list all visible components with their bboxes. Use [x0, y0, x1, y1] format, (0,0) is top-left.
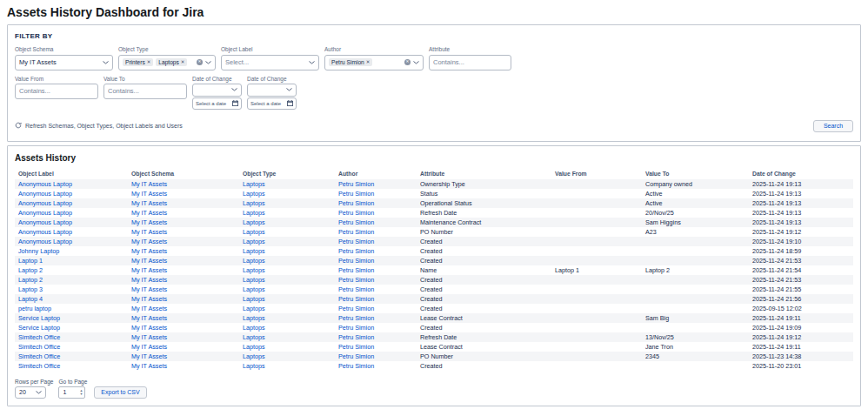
author-link[interactable]: Petru Simion — [338, 314, 374, 322]
object-label-link[interactable]: Anonymous Laptop — [18, 180, 72, 188]
author-link[interactable]: Petru Simion — [338, 190, 374, 198]
object-type-link[interactable]: Laptops — [243, 285, 265, 293]
object-label-link[interactable]: Anonymous Laptop — [18, 199, 72, 207]
author-link[interactable]: Petru Simion — [338, 257, 374, 265]
object-label-link[interactable]: Johnny Laptop — [18, 247, 59, 255]
object-schema-link[interactable]: My IT Assets — [131, 343, 167, 351]
object-type-link[interactable]: Laptops — [243, 218, 265, 226]
author-link[interactable]: Petru Simion — [338, 266, 374, 274]
author-link[interactable]: Petru Simion — [338, 285, 374, 293]
search-button[interactable]: Search — [813, 120, 853, 132]
object-schema-link[interactable]: My IT Assets — [131, 276, 167, 284]
author-link[interactable]: Petru Simion — [338, 209, 374, 217]
export-csv-button[interactable]: Export to CSV — [94, 386, 146, 399]
remove-tag-icon[interactable]: ✕ — [147, 60, 151, 65]
object-schema-link[interactable]: My IT Assets — [131, 324, 167, 332]
clear-all-icon[interactable]: ✕ — [404, 59, 411, 65]
object-type-link[interactable]: Laptops — [243, 295, 265, 303]
object-label-select[interactable]: Select... — [221, 55, 319, 70]
author-link[interactable]: Petru Simion — [338, 218, 374, 226]
object-label-link[interactable]: Simitech Office — [18, 333, 60, 341]
author-link[interactable]: Petru Simion — [338, 276, 374, 284]
object-type-link[interactable]: Laptops — [243, 324, 265, 332]
author-link[interactable]: Petru Simion — [338, 362, 374, 370]
object-schema-link[interactable]: My IT Assets — [131, 285, 167, 293]
object-type-link[interactable]: Laptops — [243, 333, 265, 341]
object-schema-link[interactable]: My IT Assets — [131, 305, 167, 312]
author-link[interactable]: Petru Simion — [338, 305, 374, 312]
object-type-link[interactable]: Laptops — [243, 314, 265, 322]
object-type-link[interactable]: Laptops — [243, 305, 265, 312]
date-from-picker[interactable]: Select a date — [192, 97, 242, 110]
object-schema-link[interactable]: My IT Assets — [131, 257, 167, 265]
object-type-link[interactable]: Laptops — [243, 266, 265, 274]
object-label-link[interactable]: Laptop 2 — [18, 266, 43, 274]
object-schema-link[interactable]: My IT Assets — [131, 362, 167, 370]
object-schema-link[interactable]: My IT Assets — [131, 295, 167, 303]
object-label-link[interactable]: Laptop 2 — [18, 276, 43, 284]
object-label-link[interactable]: Simitech Office — [18, 343, 60, 351]
object-schema-link[interactable]: My IT Assets — [131, 209, 167, 217]
object-schema-link[interactable]: My IT Assets — [131, 199, 167, 207]
object-label-link[interactable]: Simitech Office — [18, 362, 60, 370]
object-type-multiselect[interactable]: Printers ✕ Laptops ✕ ✕ — [118, 55, 216, 70]
object-schema-link[interactable]: My IT Assets — [131, 314, 167, 322]
object-type-link[interactable]: Laptops — [243, 228, 265, 236]
spin-down-icon[interactable]: ▼ — [79, 393, 83, 396]
object-label-link[interactable]: Anonymous Laptop — [18, 228, 72, 236]
object-type-link[interactable]: Laptops — [243, 190, 265, 198]
author-link[interactable]: Petru Simion — [338, 333, 374, 341]
object-schema-link[interactable]: My IT Assets — [131, 238, 167, 245]
remove-tag-icon[interactable]: ✕ — [181, 60, 185, 65]
object-schema-link[interactable]: My IT Assets — [131, 228, 167, 236]
object-label-link[interactable]: Simitech Office — [18, 352, 60, 360]
object-schema-link[interactable]: My IT Assets — [131, 218, 167, 226]
object-label-link[interactable]: Laptop 4 — [18, 295, 43, 303]
object-type-link[interactable]: Laptops — [243, 247, 265, 255]
attribute-input[interactable] — [429, 55, 511, 70]
object-schema-link[interactable]: My IT Assets — [131, 190, 167, 198]
refresh-link[interactable]: Refresh Schemas, Object Types, Object La… — [15, 122, 183, 130]
object-label-link[interactable]: Laptop 3 — [18, 285, 43, 293]
author-link[interactable]: Petru Simion — [338, 324, 374, 332]
value-from-input[interactable] — [15, 84, 98, 99]
number-spinner[interactable]: ▲▼ — [79, 389, 83, 395]
object-schema-link[interactable]: My IT Assets — [131, 247, 167, 255]
date-to-operator-select[interactable] — [247, 84, 297, 97]
author-link[interactable]: Petru Simion — [338, 238, 374, 245]
object-label-link[interactable]: petru laptop — [18, 305, 51, 312]
value-to-input[interactable] — [103, 84, 187, 99]
object-type-link[interactable]: Laptops — [243, 199, 265, 207]
object-label-link[interactable]: Anonymous Laptop — [18, 218, 72, 226]
author-link[interactable]: Petru Simion — [338, 180, 374, 188]
object-label-link[interactable]: Laptop 1 — [18, 257, 43, 265]
clear-all-icon[interactable]: ✕ — [197, 59, 203, 65]
author-link[interactable]: Petru Simion — [338, 352, 374, 360]
date-to-picker[interactable]: Select a date — [247, 97, 297, 110]
object-schema-link[interactable]: My IT Assets — [131, 180, 167, 188]
rows-per-page-select[interactable]: 20 — [15, 386, 46, 399]
date-from-operator-select[interactable] — [192, 84, 242, 97]
author-link[interactable]: Petru Simion — [338, 199, 374, 207]
object-label-link[interactable]: Service Laptop — [18, 324, 60, 332]
object-type-link[interactable]: Laptops — [243, 276, 265, 284]
object-label-link[interactable]: Service Laptop — [18, 314, 60, 322]
object-label-link[interactable]: Anonymous Laptop — [18, 209, 72, 217]
object-type-link[interactable]: Laptops — [243, 352, 265, 360]
object-label-link[interactable]: Anonymous Laptop — [18, 238, 72, 245]
author-link[interactable]: Petru Simion — [338, 228, 374, 236]
object-schema-select[interactable]: My IT Assets — [15, 55, 113, 70]
author-link[interactable]: Petru Simion — [338, 295, 374, 303]
author-link[interactable]: Petru Simion — [338, 247, 374, 255]
object-type-link[interactable]: Laptops — [243, 238, 265, 245]
object-type-link[interactable]: Laptops — [243, 343, 265, 351]
remove-tag-icon[interactable]: ✕ — [366, 60, 371, 65]
object-schema-link[interactable]: My IT Assets — [131, 352, 167, 360]
author-multiselect[interactable]: Petru Simion ✕ ✕ — [324, 55, 424, 70]
object-type-link[interactable]: Laptops — [243, 362, 265, 370]
object-schema-link[interactable]: My IT Assets — [131, 333, 167, 341]
object-type-link[interactable]: Laptops — [243, 257, 265, 265]
object-label-link[interactable]: Anonymous Laptop — [18, 190, 72, 198]
object-type-link[interactable]: Laptops — [243, 209, 265, 217]
author-link[interactable]: Petru Simion — [338, 343, 374, 351]
